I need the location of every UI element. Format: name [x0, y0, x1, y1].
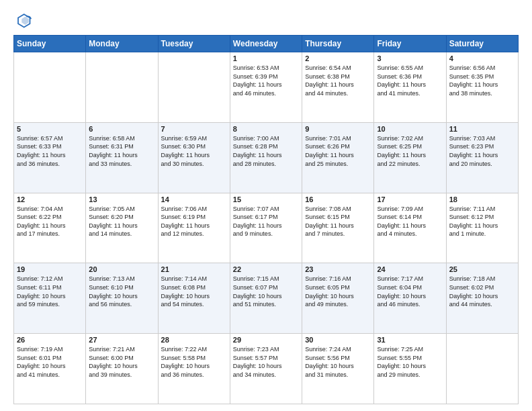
- calendar-cell: 21Sunrise: 7:14 AM Sunset: 6:08 PM Dayli…: [158, 263, 230, 334]
- calendar-cell: 19Sunrise: 7:12 AM Sunset: 6:11 PM Dayli…: [14, 263, 86, 334]
- calendar-cell: 13Sunrise: 7:05 AM Sunset: 6:20 PM Dayli…: [86, 193, 158, 263]
- calendar-cell: 2Sunrise: 6:54 AM Sunset: 6:38 PM Daylig…: [302, 52, 374, 123]
- day-number: 2: [305, 54, 371, 62]
- calendar-table: SundayMondayTuesdayWednesdayThursdayFrid…: [13, 35, 519, 404]
- day-info: Sunrise: 7:13 AM Sunset: 6:10 PM Dayligh…: [89, 275, 154, 308]
- calendar-cell: 3Sunrise: 6:55 AM Sunset: 6:36 PM Daylig…: [374, 52, 446, 123]
- day-number: 5: [17, 125, 83, 133]
- day-number: 23: [305, 265, 371, 273]
- day-header-monday: Monday: [86, 36, 158, 52]
- calendar-cell: 15Sunrise: 7:07 AM Sunset: 6:17 PM Dayli…: [230, 193, 302, 263]
- day-info: Sunrise: 6:59 AM Sunset: 6:30 PM Dayligh…: [161, 134, 227, 168]
- day-number: 14: [161, 195, 227, 203]
- day-number: 4: [449, 54, 515, 62]
- day-header-friday: Friday: [374, 36, 446, 52]
- day-info: Sunrise: 7:08 AM Sunset: 6:15 PM Dayligh…: [305, 205, 371, 238]
- day-number: 3: [377, 54, 443, 62]
- calendar-cell: 20Sunrise: 7:13 AM Sunset: 6:10 PM Dayli…: [86, 263, 158, 334]
- day-number: 7: [161, 125, 227, 133]
- calendar-cell: 6Sunrise: 6:58 AM Sunset: 6:31 PM Daylig…: [86, 122, 158, 193]
- calendar-cell: 30Sunrise: 7:24 AM Sunset: 5:56 PM Dayli…: [302, 334, 374, 404]
- day-number: 6: [89, 125, 154, 133]
- calendar-cell: 4Sunrise: 6:56 AM Sunset: 6:35 PM Daylig…: [446, 52, 518, 123]
- header: [13, 11, 519, 30]
- calendar-cell: 7Sunrise: 6:59 AM Sunset: 6:30 PM Daylig…: [158, 122, 230, 193]
- day-info: Sunrise: 7:12 AM Sunset: 6:11 PM Dayligh…: [17, 275, 83, 308]
- day-info: Sunrise: 6:58 AM Sunset: 6:31 PM Dayligh…: [89, 134, 154, 168]
- page: SundayMondayTuesdayWednesdayThursdayFrid…: [0, 0, 532, 411]
- day-number: 30: [305, 336, 371, 344]
- day-info: Sunrise: 7:17 AM Sunset: 6:04 PM Dayligh…: [377, 275, 443, 308]
- day-number: 28: [161, 336, 227, 344]
- day-header-wednesday: Wednesday: [230, 36, 302, 52]
- day-info: Sunrise: 6:54 AM Sunset: 6:38 PM Dayligh…: [305, 64, 371, 97]
- calendar-cell: 11Sunrise: 7:03 AM Sunset: 6:23 PM Dayli…: [446, 122, 518, 193]
- day-info: Sunrise: 7:19 AM Sunset: 6:01 PM Dayligh…: [17, 345, 83, 379]
- day-info: Sunrise: 7:01 AM Sunset: 6:26 PM Dayligh…: [305, 134, 371, 168]
- calendar-cell: 28Sunrise: 7:22 AM Sunset: 5:58 PM Dayli…: [158, 334, 230, 404]
- day-info: Sunrise: 7:25 AM Sunset: 5:55 PM Dayligh…: [377, 345, 443, 379]
- day-number: 25: [449, 265, 515, 273]
- day-info: Sunrise: 7:23 AM Sunset: 5:57 PM Dayligh…: [233, 345, 299, 379]
- day-header-thursday: Thursday: [302, 36, 374, 52]
- day-info: Sunrise: 7:15 AM Sunset: 6:07 PM Dayligh…: [233, 275, 299, 308]
- day-number: 8: [233, 125, 299, 133]
- day-number: 18: [449, 195, 515, 203]
- day-number: 31: [377, 336, 443, 344]
- calendar-cell: [14, 52, 86, 123]
- day-info: Sunrise: 7:00 AM Sunset: 6:28 PM Dayligh…: [233, 134, 299, 168]
- day-number: 9: [305, 125, 371, 133]
- day-number: 13: [89, 195, 154, 203]
- calendar-cell: [158, 52, 230, 123]
- calendar-cell: 5Sunrise: 6:57 AM Sunset: 6:33 PM Daylig…: [14, 122, 86, 193]
- day-header-sunday: Sunday: [14, 36, 86, 52]
- calendar-cell: [86, 52, 158, 123]
- calendar-week-3: 12Sunrise: 7:04 AM Sunset: 6:22 PM Dayli…: [14, 193, 519, 263]
- calendar-cell: 18Sunrise: 7:11 AM Sunset: 6:12 PM Dayli…: [446, 193, 518, 263]
- calendar-cell: 31Sunrise: 7:25 AM Sunset: 5:55 PM Dayli…: [374, 334, 446, 404]
- calendar-cell: 14Sunrise: 7:06 AM Sunset: 6:19 PM Dayli…: [158, 193, 230, 263]
- calendar-cell: 27Sunrise: 7:21 AM Sunset: 6:00 PM Dayli…: [86, 334, 158, 404]
- day-number: 16: [305, 195, 371, 203]
- day-number: 15: [233, 195, 299, 203]
- day-info: Sunrise: 7:24 AM Sunset: 5:56 PM Dayligh…: [305, 345, 371, 379]
- day-info: Sunrise: 6:53 AM Sunset: 6:39 PM Dayligh…: [233, 64, 299, 97]
- day-info: Sunrise: 6:55 AM Sunset: 6:36 PM Dayligh…: [377, 64, 443, 97]
- day-number: 20: [89, 265, 154, 273]
- calendar-cell: 24Sunrise: 7:17 AM Sunset: 6:04 PM Dayli…: [374, 263, 446, 334]
- calendar-cell: 16Sunrise: 7:08 AM Sunset: 6:15 PM Dayli…: [302, 193, 374, 263]
- day-info: Sunrise: 7:18 AM Sunset: 6:02 PM Dayligh…: [449, 275, 515, 308]
- day-number: 10: [377, 125, 443, 133]
- day-info: Sunrise: 7:21 AM Sunset: 6:00 PM Dayligh…: [89, 345, 154, 379]
- calendar-cell: 10Sunrise: 7:02 AM Sunset: 6:25 PM Dayli…: [374, 122, 446, 193]
- calendar-cell: 12Sunrise: 7:04 AM Sunset: 6:22 PM Dayli…: [14, 193, 86, 263]
- calendar-week-5: 26Sunrise: 7:19 AM Sunset: 6:01 PM Dayli…: [14, 334, 519, 404]
- day-number: 17: [377, 195, 443, 203]
- day-info: Sunrise: 7:06 AM Sunset: 6:19 PM Dayligh…: [161, 205, 227, 238]
- day-info: Sunrise: 7:16 AM Sunset: 6:05 PM Dayligh…: [305, 275, 371, 308]
- calendar-cell: 23Sunrise: 7:16 AM Sunset: 6:05 PM Dayli…: [302, 263, 374, 334]
- day-info: Sunrise: 7:07 AM Sunset: 6:17 PM Dayligh…: [233, 205, 299, 238]
- day-info: Sunrise: 7:09 AM Sunset: 6:14 PM Dayligh…: [377, 205, 443, 238]
- day-info: Sunrise: 6:57 AM Sunset: 6:33 PM Dayligh…: [17, 134, 83, 168]
- calendar-cell: 29Sunrise: 7:23 AM Sunset: 5:57 PM Dayli…: [230, 334, 302, 404]
- day-number: 12: [17, 195, 83, 203]
- day-header-tuesday: Tuesday: [158, 36, 230, 52]
- day-number: 22: [233, 265, 299, 273]
- calendar-cell: 9Sunrise: 7:01 AM Sunset: 6:26 PM Daylig…: [302, 122, 374, 193]
- calendar-cell: 25Sunrise: 7:18 AM Sunset: 6:02 PM Dayli…: [446, 263, 518, 334]
- day-info: Sunrise: 6:56 AM Sunset: 6:35 PM Dayligh…: [449, 64, 515, 97]
- calendar-cell: 1Sunrise: 6:53 AM Sunset: 6:39 PM Daylig…: [230, 52, 302, 123]
- calendar-week-4: 19Sunrise: 7:12 AM Sunset: 6:11 PM Dayli…: [14, 263, 519, 334]
- day-header-saturday: Saturday: [446, 36, 518, 52]
- calendar-cell: 17Sunrise: 7:09 AM Sunset: 6:14 PM Dayli…: [374, 193, 446, 263]
- calendar-cell: 26Sunrise: 7:19 AM Sunset: 6:01 PM Dayli…: [14, 334, 86, 404]
- logo-icon: [13, 11, 32, 30]
- day-info: Sunrise: 7:04 AM Sunset: 6:22 PM Dayligh…: [17, 205, 83, 238]
- calendar-cell: 22Sunrise: 7:15 AM Sunset: 6:07 PM Dayli…: [230, 263, 302, 334]
- day-number: 24: [377, 265, 443, 273]
- day-info: Sunrise: 7:14 AM Sunset: 6:08 PM Dayligh…: [161, 275, 227, 308]
- day-info: Sunrise: 7:22 AM Sunset: 5:58 PM Dayligh…: [161, 345, 227, 379]
- calendar-week-1: 1Sunrise: 6:53 AM Sunset: 6:39 PM Daylig…: [14, 52, 519, 123]
- calendar-week-2: 5Sunrise: 6:57 AM Sunset: 6:33 PM Daylig…: [14, 122, 519, 193]
